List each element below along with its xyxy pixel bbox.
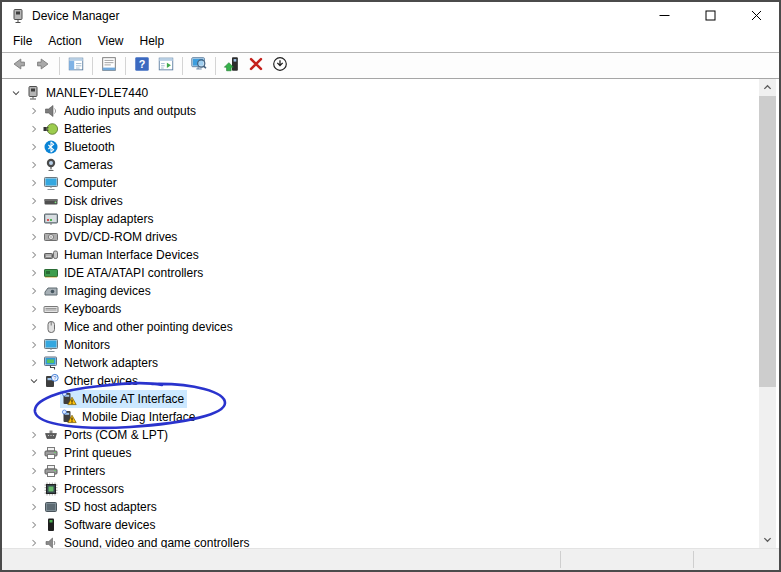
tree-item[interactable]: Computer [2, 174, 779, 192]
tree-item[interactable]: Printers [2, 462, 779, 480]
tree-item[interactable]: Imaging devices [2, 282, 779, 300]
chevron-right-icon[interactable] [26, 157, 42, 173]
tree-item-body[interactable]: Computer [42, 174, 120, 192]
tree-item-body[interactable]: Print queues [42, 444, 134, 462]
tree-item[interactable]: Software devices [2, 516, 779, 534]
scroll-down-icon[interactable] [759, 531, 776, 548]
tree-item[interactable]: Keyboards [2, 300, 779, 318]
uninstall-device-button[interactable] [244, 55, 268, 77]
tree-item-body[interactable]: Disk drives [42, 192, 126, 210]
chevron-right-icon[interactable] [26, 247, 42, 263]
tree-item-body[interactable]: IDE ATA/ATAPI controllers [42, 264, 206, 282]
tree-item-body[interactable]: Printers [42, 462, 108, 480]
menu-help[interactable]: Help [132, 32, 173, 50]
maximize-button[interactable] [687, 2, 733, 30]
tree-item-label: Mobile AT Interface [82, 390, 184, 408]
chevron-right-icon[interactable] [26, 319, 42, 335]
chevron-right-icon[interactable] [26, 211, 42, 227]
tree-item-body[interactable]: DVD/CD-ROM drives [42, 228, 180, 246]
chevron-right-icon[interactable] [26, 445, 42, 461]
chevron-right-icon[interactable] [26, 481, 42, 497]
tree-item[interactable]: Print queues [2, 444, 779, 462]
menu-action[interactable]: Action [40, 32, 89, 50]
tree-item-body[interactable]: ?Other devices [42, 372, 141, 390]
tree-item-body[interactable]: SD host adapters [42, 498, 160, 516]
chevron-right-icon[interactable] [26, 175, 42, 191]
tree-item[interactable]: Sound, video and game controllers [2, 534, 779, 548]
scan-hardware-changes-button[interactable] [187, 55, 211, 77]
tree-item-body[interactable]: Sound, video and game controllers [42, 534, 252, 548]
tree-item-body[interactable]: Mobile Diag Interface [60, 408, 198, 426]
tree-item-body[interactable]: Batteries [42, 120, 114, 138]
chevron-down-icon[interactable] [8, 85, 24, 101]
chevron-right-icon[interactable] [26, 121, 42, 137]
chevron-right-icon[interactable] [26, 283, 42, 299]
tree-item-body[interactable]: Audio inputs and outputs [42, 102, 199, 120]
show-console-tree-button[interactable] [64, 55, 88, 77]
tree-item[interactable]: MANLEY-DLE7440 [2, 84, 779, 102]
tree-item-body[interactable]: Processors [42, 480, 127, 498]
unknown-device-warning-icon [61, 409, 77, 425]
tree-item[interactable]: Ports (COM & LPT) [2, 426, 779, 444]
tree-item[interactable]: ?Other devices [2, 372, 779, 390]
tree-item[interactable]: Mobile Diag Interface [2, 408, 779, 426]
tree-item-body[interactable]: Ports (COM & LPT) [42, 426, 171, 444]
tree-item-body[interactable]: Mice and other pointing devices [42, 318, 236, 336]
tree-item-body[interactable]: Monitors [42, 336, 113, 354]
minimize-button[interactable] [641, 2, 687, 30]
tree-item-body[interactable]: Software devices [42, 516, 158, 534]
tree-item[interactable]: Cameras [2, 156, 779, 174]
tree-item-body[interactable]: Keyboards [42, 300, 124, 318]
menu-view[interactable]: View [90, 32, 132, 50]
tree-item[interactable]: Display adapters [2, 210, 779, 228]
scroll-up-icon[interactable] [759, 79, 776, 96]
tree-item[interactable]: Mobile AT Interface [2, 390, 779, 408]
chevron-right-icon[interactable] [26, 499, 42, 515]
tree-item-body[interactable]: Bluetooth [42, 138, 118, 156]
close-button[interactable] [733, 2, 779, 30]
tree-item-selected[interactable]: Mobile AT Interface [60, 390, 187, 408]
vertical-scrollbar[interactable] [759, 79, 776, 548]
update-driver-button[interactable] [220, 55, 244, 77]
chevron-right-icon[interactable] [26, 193, 42, 209]
tree-item-body[interactable]: Network adapters [42, 354, 161, 372]
scrollbar-thumb[interactable] [759, 96, 776, 387]
chevron-right-icon[interactable] [26, 265, 42, 281]
tree-item[interactable]: Audio inputs and outputs [2, 102, 779, 120]
chevron-right-icon[interactable] [26, 517, 42, 533]
menu-file[interactable]: File [5, 32, 40, 50]
show-action-pane-button[interactable] [154, 55, 178, 77]
properties-button[interactable] [97, 55, 121, 77]
maximize-icon [705, 9, 716, 24]
chevron-right-icon[interactable] [26, 535, 42, 548]
tree-item-body[interactable]: Cameras [42, 156, 116, 174]
tree-item[interactable]: SD host adapters [2, 498, 779, 516]
tree-item[interactable]: Processors [2, 480, 779, 498]
tree-item-body[interactable]: MANLEY-DLE7440 [24, 84, 151, 102]
tree-item[interactable]: Mice and other pointing devices [2, 318, 779, 336]
chevron-right-icon[interactable] [26, 301, 42, 317]
tree-item[interactable]: IDE ATA/ATAPI controllers [2, 264, 779, 282]
tree-item[interactable]: Human Interface Devices [2, 246, 779, 264]
chevron-right-icon[interactable] [26, 139, 42, 155]
tree-item[interactable]: Bluetooth [2, 138, 779, 156]
tree-item-body[interactable]: Imaging devices [42, 282, 154, 300]
back-button[interactable] [7, 55, 31, 77]
tree-item[interactable]: DVD/CD-ROM drives [2, 228, 779, 246]
chevron-down-icon[interactable] [26, 373, 42, 389]
help-button[interactable]: ? [130, 55, 154, 77]
tree-item[interactable]: Disk drives [2, 192, 779, 210]
forward-button[interactable] [31, 55, 55, 77]
chevron-right-icon[interactable] [26, 337, 42, 353]
chevron-right-icon[interactable] [26, 229, 42, 245]
chevron-right-icon[interactable] [26, 103, 42, 119]
tree-item-body[interactable]: Display adapters [42, 210, 156, 228]
tree-item[interactable]: Network adapters [2, 354, 779, 372]
chevron-right-icon[interactable] [26, 427, 42, 443]
tree-item[interactable]: Monitors [2, 336, 779, 354]
tree-item[interactable]: Batteries [2, 120, 779, 138]
chevron-right-icon[interactable] [26, 355, 42, 371]
disable-device-button[interactable] [268, 55, 292, 77]
tree-item-body[interactable]: Human Interface Devices [42, 246, 202, 264]
chevron-right-icon[interactable] [26, 463, 42, 479]
